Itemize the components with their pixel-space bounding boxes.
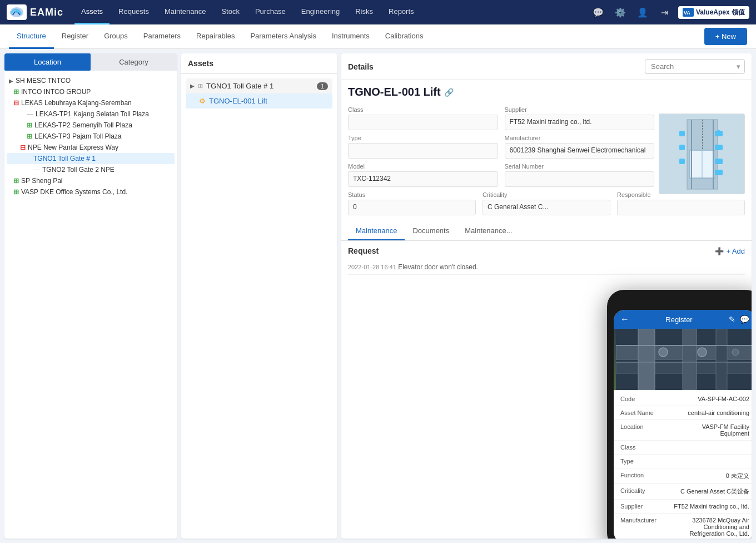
tree-item-lekas-tp2[interactable]: ⊞ LEKAS-TP2 Semenyih Toll Plaza (7, 120, 175, 131)
type-label: Type (348, 135, 498, 141)
tree-item-sp-sheng[interactable]: ⊞ SP Sheng Pai (7, 175, 175, 186)
add-request-button[interactable]: ➕ + Add (715, 247, 745, 255)
maintenance-section: Request ➕ + Add 2022-01-28 16:41 Elevato… (341, 241, 752, 280)
mobile-function-value: 0 未定义 (726, 472, 749, 480)
tree-item-lekas[interactable]: ⊟ LEKAS Lebuhraya Kajang-Seremban (7, 97, 175, 108)
detail-tab-documents[interactable]: Documents (405, 222, 457, 240)
mobile-screen: ← Register ✎ 💬 (614, 310, 752, 539)
nav-reports[interactable]: Reports (382, 0, 421, 24)
mobile-image (614, 329, 752, 390)
field-serial: Serial Number (505, 163, 655, 187)
asset-item-lift[interactable]: ⚙ TGNO-EL-001 Lift (186, 93, 332, 108)
asset-group-header[interactable]: ▶ ⊞ TGNO1 Toll Gate # 1 1 (186, 78, 332, 93)
search-wrapper (645, 59, 745, 74)
asset-count-badge: 1 (317, 82, 328, 90)
tab-parameters[interactable]: Parameters (136, 24, 188, 49)
plus-icon: ⊞ (27, 121, 32, 129)
svg-rect-15 (715, 170, 723, 175)
tree-label: LEKAS-TP2 Semenyih Toll Plaza (34, 121, 132, 129)
tree-label: TGNO1 Toll Gate # 1 (33, 155, 96, 162)
mobile-header-icons: ✎ 💬 (729, 315, 749, 324)
tree-label: INTCO INTCO GROUP (21, 88, 91, 96)
detail-tab-maintenance[interactable]: Maintenance (348, 222, 405, 240)
tab-location[interactable]: Location (4, 53, 91, 71)
criticality-label: Criticality (483, 191, 610, 198)
brand-badge[interactable]: VA ValueApex 领值 (678, 6, 749, 19)
mobile-chat-icon[interactable]: 💬 (740, 315, 749, 324)
detail-tabs: Maintenance Documents Maintenance... (341, 222, 752, 241)
add-label: + Add (726, 247, 745, 255)
supplier-value: FT52 Maxini trading co., ltd. (505, 115, 655, 130)
tree-label: VASP DKE Office Systems Co., Ltd. (21, 188, 127, 196)
mobile-location-label: Location (620, 423, 659, 430)
assets-title: Assets (188, 59, 213, 68)
tab-category[interactable]: Category (91, 53, 177, 71)
tree-item-sh-mesc[interactable]: ▶ SH MESC TNTCO (7, 75, 175, 86)
settings-icon[interactable]: ⚙️ (611, 3, 629, 21)
tab-parameters-analysis[interactable]: Parameters Analysis (242, 24, 324, 49)
nav-purchase[interactable]: Purchase (248, 0, 292, 24)
chat-icon[interactable]: 💬 (589, 3, 607, 21)
elevator-svg (659, 114, 745, 194)
logo-area[interactable]: EAMic (7, 4, 63, 20)
tree-item-tgno1[interactable]: TGNO1 Toll Gate # 1 (7, 153, 175, 164)
plus-icon: ⊞ (13, 177, 19, 185)
tab-structure[interactable]: Structure (9, 24, 54, 49)
asset-group-name: TGNO1 Toll Gate # 1 (206, 82, 273, 90)
nav-risks[interactable]: Risks (349, 0, 380, 24)
new-button[interactable]: + New (704, 28, 747, 45)
field-class: Class (348, 106, 498, 130)
mobile-type-label: Type (620, 458, 659, 465)
tree-item-tgno2[interactable]: — TGNO2 Toll Gate 2 NPE (7, 164, 175, 175)
mobile-class-label: Class (620, 444, 659, 451)
detail-tab-maintenance2[interactable]: Maintenance... (457, 222, 520, 240)
svg-rect-18 (679, 159, 685, 164)
svg-point-27 (659, 348, 668, 357)
minus-icon: ⊟ (20, 144, 26, 151)
class-label: Class (348, 106, 498, 113)
logout-icon[interactable]: ⇥ (656, 3, 674, 21)
user-icon[interactable]: 👤 (634, 3, 651, 21)
nav-requests[interactable]: Requests (112, 0, 156, 24)
maintenance-text: Elevator door won't closed. (398, 263, 478, 271)
tree-label: NPE New Pantai Express Way (28, 144, 118, 151)
mobile-back-icon[interactable]: ← (620, 314, 629, 324)
field-supplier: Supplier FT52 Maxini trading co., ltd. (505, 106, 655, 130)
tree-item-lekas-tp3[interactable]: ⊞ LEKAS-TP3 Pajam Toll Plaza (7, 131, 175, 142)
mobile-criticality-label: Criticality (620, 487, 659, 494)
svg-point-28 (698, 348, 707, 357)
add-icon: ➕ (715, 247, 724, 255)
manufacturer-label: Manufacturer (505, 135, 655, 141)
field-manufacturer: Manufacturer 6001239 Shanghai Senwei Ele… (505, 135, 655, 159)
nav-assets[interactable]: Assets (74, 0, 110, 24)
maintenance-date: 2022-01-28 16:41 (348, 264, 396, 270)
tab-instruments[interactable]: Instruments (324, 24, 377, 49)
middle-panel: Assets ▶ ⊞ TGNO1 Toll Gate # 1 1 ⚙ TGNO-… (181, 53, 337, 539)
type-value (348, 143, 498, 159)
mobile-header-title: Register (665, 315, 692, 324)
mobile-edit-icon[interactable]: ✎ (729, 315, 735, 324)
tab-repairables[interactable]: Repairables (188, 24, 242, 49)
main-container: Structure Register Groups Parameters Rep… (0, 24, 756, 543)
field-criticality: Criticality C General Asset C... (483, 191, 610, 215)
nav-engineering[interactable]: Engineering (295, 0, 346, 24)
nav-stock[interactable]: Stock (215, 0, 246, 24)
search-input[interactable] (645, 59, 745, 74)
model-value: TXC-112342 (348, 171, 498, 187)
external-link-icon[interactable]: 🔗 (444, 88, 454, 97)
tree-item-lekas-tp1[interactable]: — LEKAS-TP1 Kajang Selatan Toll Plaza (7, 108, 175, 120)
tab-register[interactable]: Register (54, 24, 96, 49)
tree-item-intco[interactable]: ⊞ INTCO INTCO GROUP (7, 86, 175, 97)
tab-groups[interactable]: Groups (96, 24, 136, 49)
expand-icon: ▶ (9, 78, 13, 84)
nav-right-icons: 💬 ⚙️ 👤 ⇥ VA ValueApex 领值 (589, 3, 749, 21)
mobile-function-label: Function (620, 472, 659, 478)
mobile-supplier-value: FT52 Maxini trading co., ltd. (674, 503, 749, 510)
tree-item-npe[interactable]: ⊟ NPE New Pantai Express Way (7, 142, 175, 153)
dash-icon: — (33, 166, 40, 174)
asset-title-text: TGNO-EL-001 Lift (348, 86, 441, 98)
nav-maintenance[interactable]: Maintenance (158, 0, 212, 24)
mobile-notch (668, 297, 702, 308)
tab-calibrations[interactable]: Calibrations (377, 24, 431, 49)
tree-item-vasp[interactable]: ⊞ VASP DKE Office Systems Co., Ltd. (7, 186, 175, 198)
